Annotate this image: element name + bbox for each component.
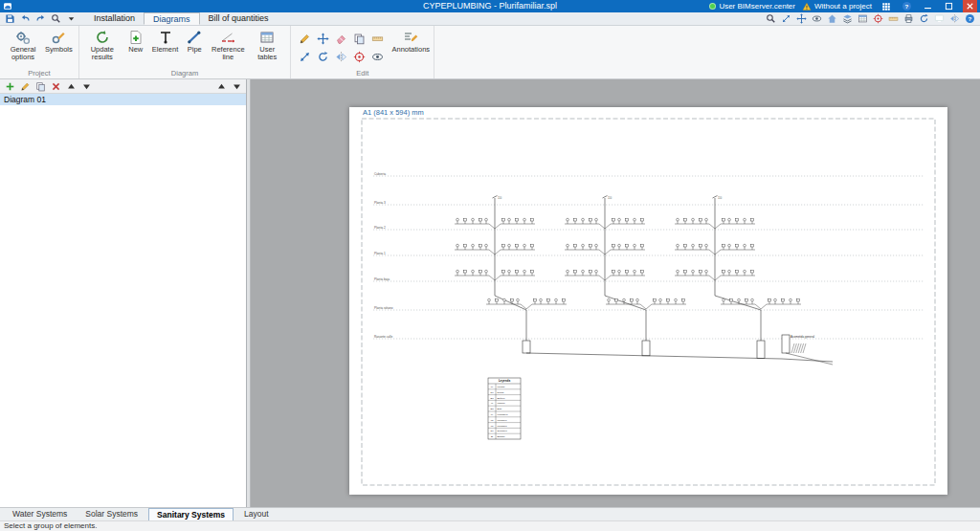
grid-button[interactable] bbox=[856, 13, 869, 25]
svg-text:Planta baja: Planta baja bbox=[374, 277, 390, 281]
user-tables-button[interactable]: User tables bbox=[248, 28, 286, 61]
home-view-button[interactable] bbox=[825, 13, 838, 25]
delete-diagram-button[interactable] bbox=[49, 80, 62, 92]
measure-button[interactable] bbox=[886, 13, 900, 25]
annotations-button[interactable]: Annotations bbox=[391, 28, 430, 54]
svg-text:Ducha: Ducha bbox=[498, 391, 505, 394]
tab-solar-systems[interactable]: Solar Systems bbox=[78, 508, 145, 520]
stretch-tool-button[interactable] bbox=[297, 49, 313, 65]
general-options-button[interactable]: General options bbox=[4, 28, 42, 61]
svg-text:Lavadora: Lavadora bbox=[498, 425, 508, 428]
diagrams-panel: Diagram 01 bbox=[0, 79, 247, 507]
project-warning-button[interactable]: Without a project bbox=[802, 2, 872, 11]
orbit-button[interactable] bbox=[917, 13, 930, 25]
tab-layout[interactable]: Layout bbox=[236, 508, 277, 520]
arrow-down-icon bbox=[81, 81, 92, 92]
snap-tool-button[interactable] bbox=[351, 49, 368, 65]
minimize-button[interactable] bbox=[921, 0, 935, 12]
pipe-label: Pipe bbox=[188, 46, 202, 54]
element-icon bbox=[158, 30, 173, 45]
tab-diagrams[interactable]: Diagrams bbox=[144, 12, 200, 25]
collapse-up-button[interactable] bbox=[214, 80, 228, 92]
redo-button[interactable] bbox=[33, 13, 47, 25]
copy-icon bbox=[353, 33, 366, 45]
arrow-down-icon bbox=[232, 81, 242, 92]
mirror-icon bbox=[949, 13, 960, 24]
tab-installation[interactable]: Installation bbox=[85, 12, 144, 25]
add-diagram-button[interactable] bbox=[3, 80, 16, 92]
help-button[interactable] bbox=[900, 0, 914, 12]
maximize-button[interactable] bbox=[942, 0, 956, 12]
bimserver-user-button[interactable]: User BIMserver.center bbox=[709, 2, 795, 11]
system-tabs-bar: Water Systems Solar Systems Sanitary Sys… bbox=[0, 507, 980, 520]
update-results-label: Update results bbox=[85, 46, 120, 61]
home-icon bbox=[827, 13, 837, 24]
zoom-extents-button[interactable] bbox=[779, 13, 792, 25]
layers-button[interactable] bbox=[840, 13, 854, 25]
redo-icon bbox=[35, 13, 46, 24]
reference-line-button[interactable]: Reference line bbox=[209, 28, 247, 61]
svg-text:Bajante: Bajante bbox=[498, 435, 506, 438]
snap-target-icon bbox=[873, 13, 883, 24]
mirror-tool-button[interactable] bbox=[333, 49, 349, 65]
ruler-icon bbox=[888, 13, 899, 24]
measure-tool-button[interactable] bbox=[369, 31, 386, 47]
screen-button[interactable] bbox=[932, 13, 946, 25]
close-icon bbox=[965, 1, 975, 11]
user-online-icon bbox=[709, 3, 716, 10]
list-item-diagram-01[interactable]: Diagram 01 bbox=[0, 94, 246, 105]
edit-diagram-button[interactable] bbox=[18, 80, 32, 92]
maximize-icon bbox=[944, 1, 954, 11]
pipe-button[interactable]: Pipe bbox=[181, 28, 208, 54]
svg-text:Sumidero: Sumidero bbox=[498, 430, 508, 432]
copy-tool-button[interactable] bbox=[351, 31, 368, 47]
element-button[interactable]: Element bbox=[150, 28, 181, 54]
help-icon bbox=[902, 1, 912, 11]
zoom-button[interactable] bbox=[49, 13, 62, 25]
rotate-tool-button[interactable] bbox=[315, 49, 331, 65]
project-warning-label: Without a project bbox=[814, 2, 872, 11]
undo-button[interactable] bbox=[18, 13, 32, 25]
print-button[interactable] bbox=[902, 13, 915, 25]
layers-icon bbox=[842, 13, 853, 24]
apps-menu-button[interactable] bbox=[879, 0, 893, 12]
move-tool-button[interactable] bbox=[315, 31, 331, 47]
status-bar: Select a group of elements. bbox=[0, 520, 980, 531]
main-area: Diagram 01 A1 (841 x 594) mm CubiertaPla… bbox=[0, 79, 980, 507]
close-button[interactable] bbox=[963, 0, 977, 12]
move-down-button[interactable] bbox=[79, 80, 93, 92]
collapse-down-button[interactable] bbox=[230, 80, 243, 92]
visibility-button[interactable] bbox=[810, 13, 823, 25]
tab-sanitary-systems[interactable]: Sanitary Systems bbox=[148, 508, 234, 520]
diagonal-arrows-icon bbox=[299, 51, 311, 63]
bimserver-user-label: User BIMserver.center bbox=[719, 2, 795, 11]
save-button[interactable] bbox=[3, 13, 16, 25]
svg-text:Inodoro: Inodoro bbox=[498, 402, 506, 405]
mirror-view-button[interactable] bbox=[947, 13, 961, 25]
pan-button[interactable] bbox=[794, 13, 808, 25]
plus-icon bbox=[5, 81, 15, 92]
move-up-button[interactable] bbox=[64, 80, 78, 92]
eraser-icon bbox=[335, 33, 347, 45]
delete-tool-button[interactable] bbox=[333, 31, 349, 47]
undo-icon bbox=[20, 13, 31, 24]
symbols-button[interactable]: Symbols bbox=[43, 28, 75, 54]
ribbon-group-diagram: Update results New Element Pipe Referenc… bbox=[79, 26, 292, 78]
zoom-icon bbox=[51, 13, 61, 24]
eye-icon bbox=[812, 13, 822, 24]
update-results-button[interactable]: Update results bbox=[83, 28, 122, 61]
pencil-icon bbox=[20, 81, 31, 92]
snap-button[interactable] bbox=[871, 13, 884, 25]
new-diagram-button[interactable]: New bbox=[122, 28, 149, 54]
tab-bill-of-quantities[interactable]: Bill of quantities bbox=[200, 12, 278, 25]
copy-diagram-button[interactable] bbox=[33, 80, 47, 92]
diagram-list: Diagram 01 bbox=[0, 94, 246, 507]
zoom-tool-button[interactable] bbox=[764, 13, 777, 25]
visibility-tool-button[interactable] bbox=[369, 49, 386, 65]
tab-water-systems[interactable]: Water Systems bbox=[5, 508, 75, 520]
help-topics-button[interactable] bbox=[963, 13, 976, 25]
edit-tool-button[interactable] bbox=[297, 31, 313, 47]
toolbar-options-button[interactable] bbox=[64, 13, 78, 25]
drawing-canvas[interactable]: A1 (841 x 594) mm CubiertaPlanta 3Planta… bbox=[251, 79, 980, 507]
svg-text:Bañera: Bañera bbox=[498, 397, 505, 400]
